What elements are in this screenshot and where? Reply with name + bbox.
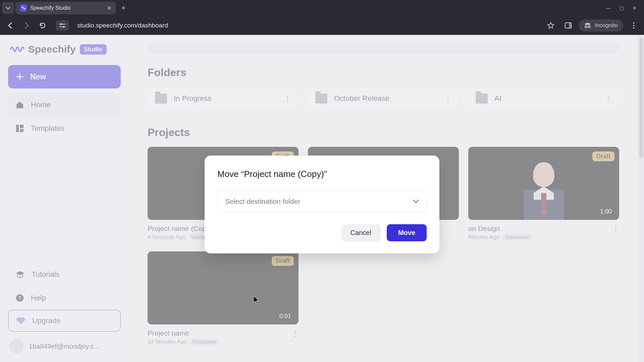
svg-point-7 — [633, 25, 634, 26]
panel-icon — [565, 22, 572, 28]
tab-title: Speechify Studio — [30, 5, 104, 11]
arrow-right-icon — [23, 22, 30, 29]
cancel-button[interactable]: Cancel — [341, 224, 381, 241]
forward-button[interactable] — [19, 18, 34, 33]
browser-menu-button[interactable] — [627, 18, 641, 33]
move-project-modal: Move “Project name (Copy)” Select destin… — [205, 156, 439, 253]
address-bar[interactable]: studio.speechify.com/dashboard — [71, 22, 542, 29]
modal-title: Move “Project name (Copy)” — [217, 169, 427, 179]
mouse-cursor-icon — [253, 296, 259, 304]
reload-button[interactable] — [36, 18, 50, 33]
svg-point-6 — [633, 22, 634, 23]
close-window-icon[interactable]: ✕ — [633, 5, 637, 11]
destination-folder-select[interactable]: Select destination folder — [217, 191, 427, 212]
svg-point-1 — [63, 26, 65, 27]
browser-tab[interactable]: Speechify Studio ✕ — [15, 2, 116, 14]
browser-toolbar: studio.speechify.com/dashboard Incognito — [0, 16, 644, 35]
back-button[interactable] — [3, 18, 17, 33]
svg-point-4 — [585, 26, 587, 28]
browser-tab-bar: Speechify Studio ✕ + — ▢ ✕ — [0, 0, 644, 16]
incognito-label: Incognito — [595, 22, 618, 29]
incognito-icon — [584, 23, 591, 28]
bookmark-button[interactable] — [544, 18, 558, 33]
chevron-down-icon — [413, 199, 419, 203]
favicon-icon — [20, 5, 27, 11]
chevron-down-icon — [6, 6, 10, 10]
incognito-indicator[interactable]: Incognito — [579, 19, 623, 32]
site-settings-button[interactable] — [56, 20, 69, 31]
page-viewport: Speechify Studio New Home Templates Tuto… — [0, 35, 644, 362]
move-button[interactable]: Move — [387, 224, 427, 241]
tab-list-button[interactable] — [2, 2, 14, 14]
svg-point-8 — [633, 27, 634, 28]
svg-point-5 — [588, 26, 590, 28]
select-placeholder: Select destination folder — [225, 197, 300, 205]
minimize-icon[interactable]: — — [606, 5, 611, 11]
star-icon — [547, 22, 554, 29]
maximize-icon[interactable]: ▢ — [620, 5, 624, 11]
svg-rect-3 — [569, 23, 571, 28]
modal-backdrop[interactable]: Move “Project name (Copy)” Select destin… — [0, 35, 644, 362]
dots-vertical-icon — [633, 22, 635, 29]
tab-close-icon[interactable]: ✕ — [107, 5, 111, 11]
side-panel-button[interactable] — [561, 18, 575, 33]
svg-point-0 — [60, 23, 62, 25]
arrow-left-icon — [7, 22, 14, 29]
new-tab-button[interactable]: + — [117, 4, 129, 12]
reload-icon — [39, 22, 46, 29]
tune-icon — [59, 23, 65, 28]
